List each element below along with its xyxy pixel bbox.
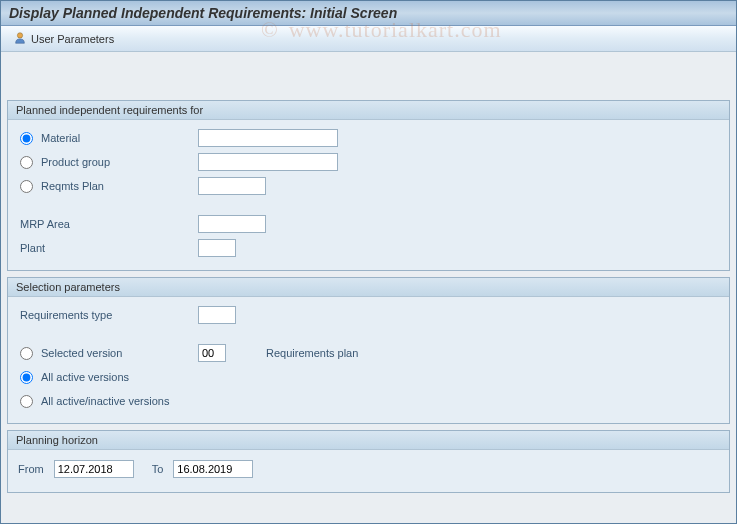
label-plant: Plant <box>18 242 198 254</box>
input-material[interactable] <box>198 129 338 147</box>
label-all-active-versions[interactable]: All active versions <box>41 371 129 383</box>
radio-reqmts-plan[interactable] <box>20 180 33 193</box>
label-from: From <box>18 463 44 475</box>
label-material[interactable]: Material <box>41 132 80 144</box>
svg-point-0 <box>17 32 22 37</box>
label-requirements-type: Requirements type <box>18 309 198 321</box>
toolbar: User Parameters <box>1 26 736 52</box>
label-to: To <box>152 463 164 475</box>
input-selected-version[interactable] <box>198 344 226 362</box>
radio-all-active-versions[interactable] <box>20 371 33 384</box>
radio-selected-version[interactable] <box>20 347 33 360</box>
input-requirements-type[interactable] <box>198 306 236 324</box>
user-parameters-button[interactable]: User Parameters <box>9 29 118 49</box>
input-reqmts-plan[interactable] <box>198 177 266 195</box>
group3-title: Planning horizon <box>8 431 729 450</box>
person-icon <box>13 31 27 47</box>
input-to-date[interactable] <box>173 460 253 478</box>
input-mrp-area[interactable] <box>198 215 266 233</box>
page-title: Display Planned Independent Requirements… <box>9 5 728 21</box>
label-reqmts-plan[interactable]: Reqmts Plan <box>41 180 104 192</box>
content-area: Planned independent requirements for Mat… <box>1 52 736 524</box>
label-mrp-area: MRP Area <box>18 218 198 230</box>
label-all-active-inactive-versions[interactable]: All active/inactive versions <box>41 395 169 407</box>
input-product-group[interactable] <box>198 153 338 171</box>
label-requirements-plan: Requirements plan <box>266 347 358 359</box>
group2-title: Selection parameters <box>8 278 729 297</box>
group-planning-horizon: Planning horizon From To <box>7 430 730 493</box>
input-from-date[interactable] <box>54 460 134 478</box>
radio-material[interactable] <box>20 132 33 145</box>
label-product-group[interactable]: Product group <box>41 156 110 168</box>
input-plant[interactable] <box>198 239 236 257</box>
group-planned-independent-requirements: Planned independent requirements for Mat… <box>7 100 730 271</box>
group-selection-parameters: Selection parameters Requirements type S… <box>7 277 730 424</box>
user-parameters-label: User Parameters <box>31 33 114 45</box>
radio-product-group[interactable] <box>20 156 33 169</box>
radio-all-active-inactive-versions[interactable] <box>20 395 33 408</box>
label-selected-version[interactable]: Selected version <box>41 347 122 359</box>
title-bar: Display Planned Independent Requirements… <box>1 1 736 26</box>
group1-title: Planned independent requirements for <box>8 101 729 120</box>
